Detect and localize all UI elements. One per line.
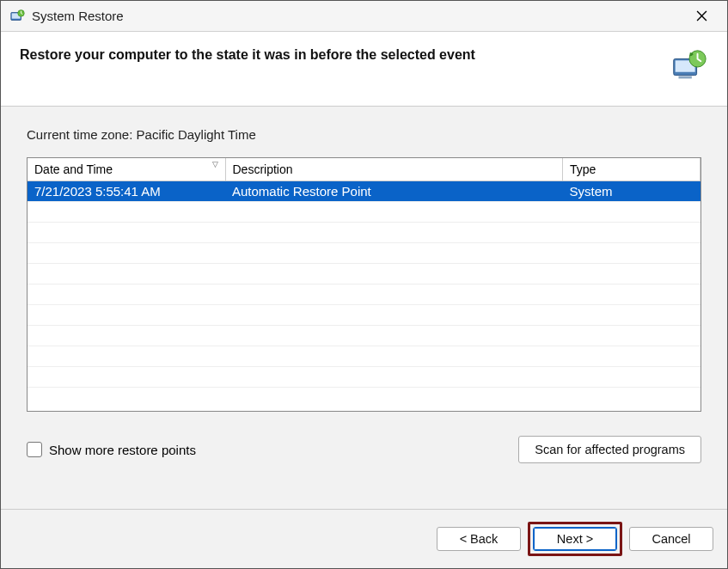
table-row-empty: [28, 201, 700, 222]
header-band: Restore your computer to the state it wa…: [1, 32, 727, 107]
options-row: Show more restore points Scan for affect…: [27, 436, 701, 463]
column-header-datetime[interactable]: Date and Time ▽: [28, 158, 225, 180]
table-row-empty: [28, 284, 700, 304]
table-row-empty: [28, 346, 700, 366]
column-label: Date and Time: [34, 162, 113, 176]
checkbox-label: Show more restore points: [49, 443, 196, 457]
restore-hero-icon: [669, 47, 708, 87]
checkbox-icon: [27, 442, 42, 457]
content-area: Current time zone: Pacific Daylight Time…: [1, 107, 727, 509]
sort-descending-icon: ▽: [212, 160, 218, 168]
scan-affected-button[interactable]: Scan for affected programs: [518, 436, 701, 463]
tutorial-highlight: Next >: [528, 522, 622, 556]
table-row-empty: [28, 263, 700, 284]
restore-points-table[interactable]: Date and Time ▽ Description Type 7/21/20…: [27, 157, 701, 412]
column-header-description[interactable]: Description: [225, 158, 563, 180]
cell-description: Automatic Restore Point: [225, 180, 563, 201]
table-row-empty: [28, 325, 700, 346]
show-more-checkbox[interactable]: Show more restore points: [27, 442, 196, 457]
svg-rect-5: [679, 76, 692, 79]
cell-type: System: [563, 180, 700, 201]
close-button[interactable]: [682, 4, 720, 28]
column-header-type[interactable]: Type: [563, 158, 700, 180]
table-row-empty: [28, 304, 700, 325]
wizard-footer: < Back Next > Cancel: [1, 509, 727, 568]
table-row-empty: [28, 222, 700, 242]
page-heading: Restore your computer to the state it wa…: [20, 47, 475, 63]
column-label: Description: [233, 162, 293, 176]
next-button[interactable]: Next >: [533, 527, 617, 551]
cancel-button[interactable]: Cancel: [629, 527, 713, 551]
column-label: Type: [570, 162, 596, 176]
system-restore-window: System Restore Restore your computer to …: [0, 0, 728, 569]
table-row[interactable]: 7/21/2023 5:55:41 AM Automatic Restore P…: [28, 180, 700, 201]
back-button[interactable]: < Back: [437, 527, 521, 551]
timezone-label: Current time zone: Pacific Daylight Time: [27, 127, 701, 142]
table-row-empty: [28, 366, 700, 387]
window-title: System Restore: [32, 9, 682, 23]
cell-datetime: 7/21/2023 5:55:41 AM: [28, 180, 225, 201]
table-row-empty: [28, 242, 700, 263]
titlebar: System Restore: [1, 1, 727, 32]
table-header-row: Date and Time ▽ Description Type: [28, 158, 700, 180]
app-icon: [9, 9, 25, 24]
